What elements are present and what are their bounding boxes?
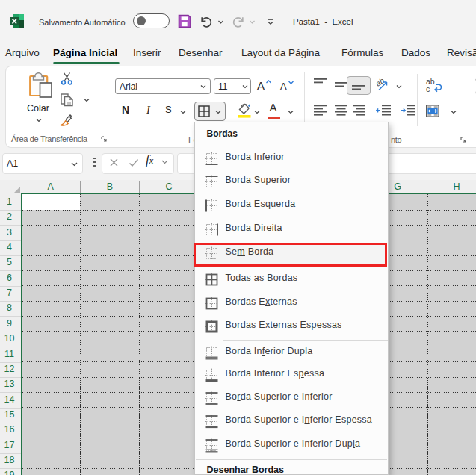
svg-text:c: c (426, 84, 430, 93)
